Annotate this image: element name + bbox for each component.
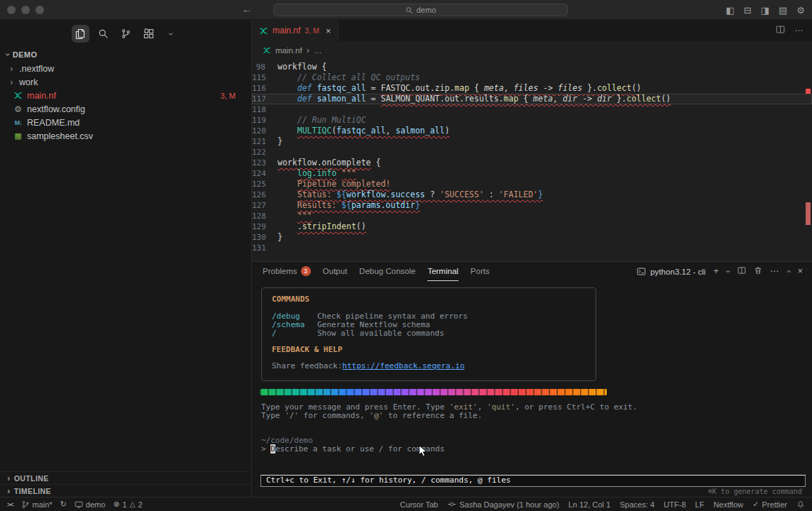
terminal-profile-selector[interactable]: python3.12 - cli bbox=[637, 267, 706, 276]
terminal-shortcut-bar[interactable]: Ctrl+c to Exit, ↑/↓ for history, / comma… bbox=[260, 475, 806, 487]
panel-tab-output[interactable]: Output bbox=[323, 262, 348, 281]
code-line-119[interactable]: 119 // Run MultiQC bbox=[252, 115, 812, 126]
code-line-123[interactable]: 123workflow.onComplete { bbox=[252, 158, 812, 168]
minimize-window-button[interactable] bbox=[21, 6, 30, 14]
chevron-right-icon: › bbox=[10, 65, 19, 72]
code-line-116[interactable]: 116 def fastqc_all = FASTQC.out.zip.map … bbox=[252, 83, 812, 94]
code-text: .stripIndent() bbox=[278, 221, 366, 232]
terminal-view[interactable]: COMMANDS /debugCheck pipeline syntax and… bbox=[252, 281, 812, 497]
file-row-readme-md[interactable]: M↓README.md bbox=[0, 116, 251, 129]
file-row-nextflow-config[interactable]: ⚙nextflow.config bbox=[0, 102, 251, 116]
navigate-back-button[interactable]: ← bbox=[242, 4, 252, 14]
panel-actions: python3.12 - cli + › ⋯ › × bbox=[637, 266, 812, 277]
code-line-98[interactable]: 98workflow { bbox=[252, 62, 812, 72]
git-blame-indicator[interactable]: Sasha Dagayev (1 hour ago) bbox=[447, 500, 559, 509]
problems-count-badge: 3 bbox=[301, 266, 311, 276]
code-line-126[interactable]: 126 Status: ${workflow.success ? 'SUCCES… bbox=[252, 189, 812, 200]
code-line-118[interactable]: 118 bbox=[252, 104, 812, 115]
code-line-125[interactable]: 125 Pipeline completed! bbox=[252, 179, 812, 189]
activity-source-control-icon[interactable] bbox=[117, 25, 135, 43]
activity-extensions-icon[interactable] bbox=[140, 25, 158, 43]
code-line-131[interactable]: 131 bbox=[252, 243, 812, 253]
problems-indicator[interactable]: ⊗ 1 △ 2 bbox=[113, 500, 142, 509]
cli-prompt[interactable]: > Describe a task or use / for commands bbox=[261, 445, 805, 454]
explorer-section-header[interactable]: › DEMO bbox=[6, 50, 251, 59]
file-row-main-nf[interactable]: main.nf3, M bbox=[0, 89, 251, 102]
line-number: 126 bbox=[252, 189, 278, 200]
search-value: demo bbox=[417, 6, 437, 14]
encoding-indicator[interactable]: UTF-8 bbox=[664, 500, 686, 509]
notifications-button[interactable] bbox=[796, 500, 805, 509]
code-line-120[interactable]: 120 MULTIQC(fastqc_all, salmon_all) bbox=[252, 126, 812, 136]
panel-more-icon[interactable]: ⋯ bbox=[770, 267, 779, 276]
line-number: 119 bbox=[252, 115, 278, 126]
activity-more-views-icon[interactable]: › bbox=[163, 25, 180, 43]
branch-indicator[interactable]: main* bbox=[21, 500, 53, 509]
file-name: README.md bbox=[27, 118, 79, 128]
toggle-primary-sidebar-icon[interactable]: ◧ bbox=[726, 5, 735, 16]
toggle-secondary-sidebar-icon[interactable]: ◨ bbox=[761, 5, 769, 16]
line-number: 125 bbox=[252, 179, 278, 189]
file-name: .nextflow bbox=[19, 64, 54, 74]
close-panel-icon[interactable]: × bbox=[798, 267, 803, 276]
eol-indicator[interactable]: LF bbox=[695, 500, 704, 509]
kill-terminal-icon[interactable] bbox=[754, 266, 762, 277]
outline-section[interactable]: › OUTLINE bbox=[0, 471, 251, 484]
remote-indicator[interactable]: >< bbox=[7, 501, 13, 508]
code-line-121[interactable]: 121} bbox=[252, 136, 812, 147]
formatter-indicator[interactable]: ✓ Prettier bbox=[752, 500, 787, 509]
zoom-window-button[interactable] bbox=[35, 6, 44, 14]
code-line-124[interactable]: 124 log.info """ bbox=[252, 168, 812, 179]
line-number: 122 bbox=[252, 147, 278, 158]
panel-tab-problems[interactable]: Problems3 bbox=[263, 262, 311, 281]
overview-ruler[interactable] bbox=[806, 59, 811, 261]
toggle-panel-icon[interactable]: ⊟ bbox=[744, 5, 752, 16]
code-line-127[interactable]: 127 Results: ${params.outdir} bbox=[252, 200, 812, 211]
split-terminal-icon[interactable] bbox=[737, 266, 746, 277]
tab-close-icon[interactable]: × bbox=[326, 26, 331, 36]
file-row--nextflow[interactable]: ›.nextflow bbox=[0, 62, 251, 75]
breadcrumb-symbol[interactable]: … bbox=[314, 46, 322, 55]
terminal-dropdown-icon[interactable]: › bbox=[723, 270, 733, 273]
code-line-117[interactable]: 117 def salmon_all = SALMON_QUANT.out.re… bbox=[252, 94, 812, 104]
activity-explorer-icon[interactable] bbox=[72, 25, 89, 43]
gear-icon: ⚙ bbox=[14, 104, 22, 114]
title-bar: ← demo ◧ ⊟ ◨ ▤ ⚙ bbox=[0, 0, 812, 20]
file-row-samplesheet-csv[interactable]: ▦samplesheet.csv bbox=[0, 129, 251, 143]
timeline-section[interactable]: › TIMELINE bbox=[0, 484, 251, 497]
command-center-search[interactable]: demo bbox=[273, 4, 568, 16]
code-line-128[interactable]: 128 """ bbox=[252, 211, 812, 221]
error-icon: ⊗ bbox=[113, 500, 119, 508]
panel-tab-debug-console[interactable]: Debug Console bbox=[359, 262, 415, 281]
customize-layout-icon[interactable]: ▤ bbox=[779, 5, 787, 16]
code-text: Status: ${workflow.success ? 'SUCCESS' :… bbox=[278, 189, 543, 200]
code-line-122[interactable]: 122 bbox=[252, 147, 812, 158]
breadcrumb-file[interactable]: main.nf bbox=[275, 46, 302, 55]
file-row-work[interactable]: ›work bbox=[0, 75, 251, 89]
feedback-link[interactable]: https://feedback.seqera.io bbox=[342, 362, 464, 371]
code-text: } bbox=[278, 136, 282, 147]
panel-tab-ports[interactable]: Ports bbox=[471, 262, 490, 281]
split-editor-icon[interactable] bbox=[776, 25, 785, 36]
code-line-115[interactable]: 115 // Collect all QC outputs bbox=[252, 72, 812, 83]
code-line-129[interactable]: 129 .stripIndent() bbox=[252, 221, 812, 232]
close-window-button[interactable] bbox=[7, 6, 16, 14]
sync-button[interactable]: ↻ bbox=[60, 500, 67, 508]
cursor-position-indicator[interactable]: Ln 12, Col 1 bbox=[569, 500, 610, 509]
maximize-panel-icon[interactable]: › bbox=[784, 270, 793, 273]
indentation-indicator[interactable]: Spaces: 4 bbox=[620, 500, 654, 509]
language-mode-indicator[interactable]: Nextflow bbox=[713, 500, 743, 509]
code-line-130[interactable]: 130} bbox=[252, 232, 812, 243]
tab-main-nf[interactable]: main.nf 3, M × bbox=[252, 20, 339, 41]
activity-search-icon[interactable] bbox=[94, 25, 112, 43]
chevron-right-icon: › bbox=[10, 79, 19, 86]
cursor-tab-indicator[interactable]: Cursor Tab bbox=[400, 500, 439, 509]
panel-tab-terminal[interactable]: Terminal bbox=[427, 262, 458, 281]
more-actions-icon[interactable]: ⋯ bbox=[794, 26, 803, 35]
breadcrumb[interactable]: main.nf › … bbox=[252, 41, 812, 59]
settings-gear-icon[interactable]: ⚙ bbox=[796, 5, 805, 16]
new-terminal-icon[interactable]: + bbox=[713, 267, 718, 276]
code-editor[interactable]: 98workflow {115 // Collect all QC output… bbox=[252, 59, 812, 261]
code-text: MULTIQC(fastqc_all, salmon_all) bbox=[278, 126, 449, 136]
workspace-indicator[interactable]: demo bbox=[75, 500, 106, 509]
